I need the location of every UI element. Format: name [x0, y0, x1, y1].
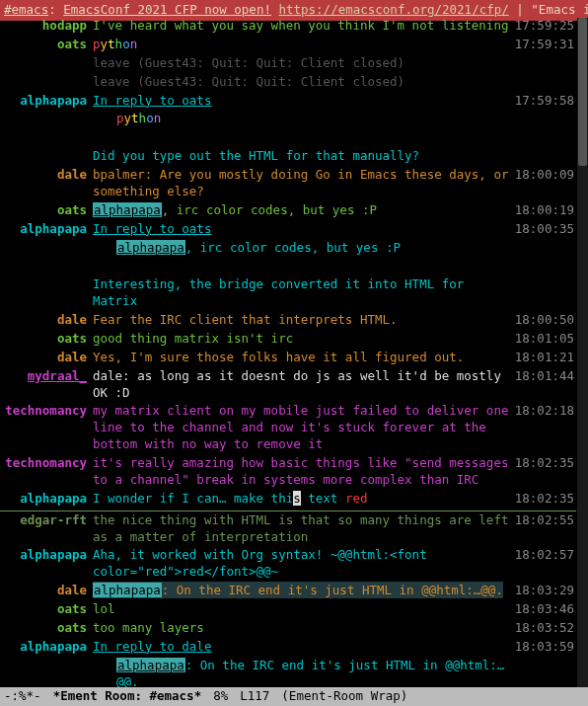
- message-body: too many layers: [93, 620, 515, 637]
- in-reply-to[interactable]: In reply to: [93, 639, 182, 654]
- chat-line: daleFear the IRC client that interprets …: [0, 312, 576, 331]
- timestamp: 18:02:55: [515, 512, 574, 529]
- modeline-mode: (Ement-Room Wrap): [281, 688, 407, 705]
- nick: alphapapa: [2, 639, 93, 656]
- chat-line: alphapapaIn reply to oats17:59:58: [0, 93, 576, 112]
- message-body: In reply to dale: [93, 639, 515, 656]
- message-body: it's really amazing how basic things lik…: [93, 455, 515, 489]
- timestamp: 18:02:18: [515, 403, 574, 420]
- reply-nick[interactable]: oats: [182, 93, 211, 108]
- chat-line: hodappI've heard what you say when you t…: [0, 18, 576, 37]
- mention[interactable]: alphapapa: [93, 202, 162, 217]
- nick: dale: [2, 167, 93, 184]
- message-body: my matrix client on my mobile just faile…: [93, 403, 515, 453]
- chat-line: alphapapaIn reply to oats18:00:35: [0, 221, 576, 240]
- message-body: Fear the IRC client that interprets HTML…: [93, 312, 515, 329]
- nick: dale: [2, 583, 93, 599]
- nick: oats: [2, 601, 93, 618]
- reply-nick[interactable]: oats: [182, 221, 211, 236]
- timestamp: 18:01:44: [515, 368, 574, 385]
- channel-topic: EmacsConf 2021 CFP now open!: [63, 2, 271, 17]
- message-body: I wonder if I can… make this text red: [93, 491, 515, 508]
- emacs-window: #emacs: EmacsConf 2021 CFP now open! htt…: [0, 0, 588, 706]
- topic-extra: "Emacs is a co: [531, 2, 588, 17]
- nick: edgar-rft: [2, 512, 93, 529]
- timestamp: 18:00:09: [515, 167, 574, 184]
- mention[interactable]: alphapapa: [93, 583, 162, 597]
- scrollbar-thumb[interactable]: [578, 18, 587, 166]
- message-body: leave (Guest43: Quit: Quit: Client close…: [93, 74, 515, 91]
- nick: oats: [2, 620, 93, 637]
- message-body: lol: [93, 601, 515, 618]
- message-body: Interesting, the bridge converted it int…: [93, 276, 515, 310]
- timestamp: 18:02:35: [515, 491, 574, 508]
- message-body: the nice thing with HTML is that so many…: [93, 512, 515, 546]
- nick: alphapapa: [2, 547, 93, 564]
- timestamp: 18:03:29: [515, 583, 574, 599]
- chat-line: mydraal_dale: as long as it doesnt do js…: [0, 368, 576, 404]
- in-reply-to[interactable]: In reply to: [93, 93, 182, 108]
- message-body: In reply to oats: [93, 221, 515, 238]
- chat-line: Did you type out the HTML for that manua…: [0, 148, 576, 167]
- timestamp: 18:01:05: [515, 331, 574, 348]
- message-body: In reply to oats: [93, 93, 515, 110]
- message-body: Aha, it worked with Org syntax! ~@@html:…: [93, 547, 515, 581]
- chat-line: daleYes, I'm sure those folks have it al…: [0, 350, 576, 368]
- message-body: dale: as long as it doesnt do js as well…: [93, 368, 515, 402]
- message-body: good thing matrix isn't irc: [93, 331, 515, 348]
- reply-nick[interactable]: dale: [182, 639, 211, 654]
- modeline-flags: -:%*-: [4, 688, 41, 705]
- chat-area[interactable]: hodappI've heard what you say when you t…: [0, 18, 576, 688]
- timestamp: 18:00:19: [515, 202, 574, 219]
- nick: oats: [2, 202, 93, 219]
- nick: technomancy: [2, 455, 93, 472]
- modeline-percent: 8%: [213, 688, 228, 705]
- nick: oats: [2, 37, 93, 53]
- timestamp: 18:02:57: [515, 547, 574, 564]
- timestamp: 18:00:35: [515, 221, 574, 238]
- message-body: leave (Guest43: Quit: Quit: Client close…: [93, 55, 515, 72]
- modeline-position: L117: [240, 688, 269, 705]
- nick: oats: [2, 331, 93, 348]
- timestamp: 17:59:25: [515, 18, 574, 35]
- chat-line: dalebpalmer: Are you mostly doing Go in …: [0, 167, 576, 202]
- timestamp: 18:01:21: [515, 350, 574, 366]
- timestamp: 18:03:59: [515, 639, 574, 656]
- nick: alphapapa: [2, 221, 93, 238]
- chat-line: Interesting, the bridge converted it int…: [0, 276, 576, 312]
- message-body: python: [93, 37, 515, 53]
- chat-line: oatsalphapapa, irc color codes, but yes …: [0, 202, 576, 221]
- chat-line: oatspython17:59:31: [0, 37, 576, 55]
- modeline-buffer[interactable]: *Ement Room: #emacs*: [53, 688, 202, 705]
- chat-line: alphapapaI wonder if I can… make this te…: [0, 491, 576, 510]
- timestamp: 17:59:58: [515, 93, 574, 110]
- scrollbar[interactable]: [577, 18, 588, 688]
- message-body: Yes, I'm sure those folks have it all fi…: [93, 350, 515, 366]
- timestamp: 18:03:52: [515, 620, 574, 637]
- nick: technomancy: [2, 403, 93, 420]
- message-body: alphapapa: On the IRC end it's just HTML…: [93, 583, 515, 599]
- topic-url[interactable]: https://emacsconf.org/2021/cfp/: [278, 2, 508, 17]
- timestamp: 18:03:46: [515, 601, 574, 618]
- mention[interactable]: alphapapa: [116, 240, 185, 255]
- mention[interactable]: alphapapa: [116, 658, 185, 672]
- message-body: I've heard what you say when you think I…: [93, 18, 515, 35]
- nick: dale: [2, 312, 93, 329]
- chat-line: oatsgood thing matrix isn't irc18:01:05: [0, 331, 576, 350]
- nick: alphapapa: [2, 93, 93, 110]
- nick: hodapp: [2, 18, 93, 35]
- mode-line: -:%*- *Ement Room: #emacs* 8% L117 (Emen…: [0, 687, 588, 706]
- chat-line: dalealphapapa: On the IRC end it's just …: [0, 583, 576, 601]
- chat-line: oatslol18:03:46: [0, 601, 576, 620]
- in-reply-to[interactable]: In reply to: [93, 221, 182, 236]
- message-body: Did you type out the HTML for that manua…: [93, 148, 515, 165]
- timestamp: 18:00:50: [515, 312, 574, 329]
- chat-line: oatstoo many layers18:03:52: [0, 620, 576, 639]
- nick: alphapapa: [2, 491, 93, 508]
- channel-name[interactable]: #emacs: [4, 2, 48, 17]
- timestamp: 17:59:31: [515, 37, 574, 53]
- nick: mydraal_: [2, 368, 93, 385]
- chat-line: leave (Guest43: Quit: Quit: Client close…: [0, 55, 576, 74]
- chat-line: leave (Guest43: Quit: Quit: Client close…: [0, 74, 576, 93]
- chat-line: technomancyit's really amazing how basic…: [0, 455, 576, 491]
